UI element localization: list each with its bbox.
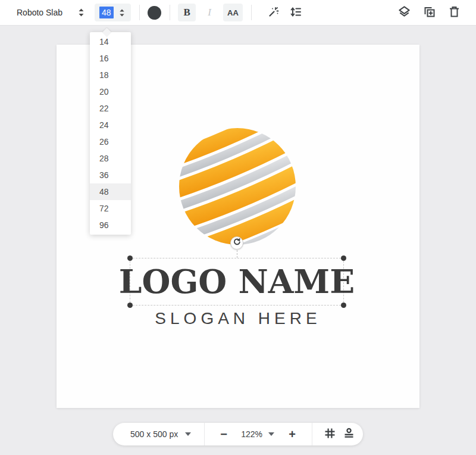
layers-button[interactable] — [397, 5, 411, 20]
font-size-option[interactable]: 24 — [90, 117, 131, 133]
font-size-option[interactable]: 16 — [90, 50, 131, 67]
font-size-option[interactable]: 18 — [90, 67, 131, 83]
zoom-out-button[interactable]: − — [217, 428, 230, 440]
font-size-option[interactable]: 14 — [90, 33, 131, 50]
logo-name-text[interactable]: LOGO NAME — [119, 262, 355, 302]
font-family-label: Roboto Slab — [17, 8, 62, 17]
trash-icon — [448, 5, 461, 20]
rotate-connector-line — [237, 250, 237, 258]
text-color-swatch[interactable] — [148, 6, 161, 20]
magic-wand-button[interactable] — [267, 5, 280, 20]
font-size-stepper-icon[interactable] — [119, 9, 125, 17]
font-size-option[interactable]: 28 — [90, 150, 131, 167]
layers-icon — [397, 5, 411, 20]
grid-toggle-button[interactable] — [324, 428, 336, 441]
bottom-bar-divider — [204, 423, 205, 445]
duplicate-icon — [423, 5, 436, 20]
line-height-button[interactable] — [289, 5, 302, 20]
font-size-dropdown-list: 141618202224262836487296 — [90, 33, 131, 233]
italic-label: I — [208, 7, 211, 18]
font-size-value[interactable]: 48 — [99, 7, 114, 18]
bold-label: B — [183, 7, 190, 18]
resize-handle-bottom-left[interactable] — [127, 303, 133, 308]
font-size-option[interactable]: 36 — [90, 167, 131, 183]
zoom-in-button[interactable]: + — [286, 428, 299, 440]
baseline-snap-button[interactable] — [343, 428, 355, 441]
logo-sphere-image[interactable] — [178, 127, 297, 246]
baseline-icon — [343, 428, 355, 441]
font-size-option[interactable]: 96 — [90, 217, 131, 233]
text-selection-box[interactable]: LOGO NAME — [130, 258, 344, 306]
rotate-handle[interactable] — [230, 236, 243, 250]
bottom-bar-divider — [312, 423, 312, 445]
canvas-size-label: 500 x 500 px — [130, 429, 178, 439]
top-toolbar: Roboto Slab 48 B I AA — [0, 0, 476, 26]
delete-button[interactable] — [448, 5, 461, 20]
font-size-option[interactable]: 22 — [90, 100, 131, 117]
canvas-size-select[interactable]: 500 x 500 px — [130, 429, 191, 439]
italic-button[interactable]: I — [201, 4, 218, 21]
font-size-option[interactable]: 20 — [90, 83, 131, 100]
resize-handle-bottom-right[interactable] — [341, 303, 346, 308]
rotate-icon — [233, 238, 241, 248]
toolbar-right-group — [397, 5, 461, 20]
font-size-dropdown: 141618202224262836487296 — [90, 32, 131, 235]
chevron-down-icon — [185, 432, 191, 436]
bottom-toolbar: 500 x 500 px − 122% + — [113, 423, 363, 445]
zoom-level-select[interactable]: 122% — [241, 429, 274, 439]
font-size-option[interactable]: 26 — [90, 133, 131, 150]
resize-handle-top-left[interactable] — [127, 255, 133, 261]
font-family-select[interactable]: Roboto Slab — [17, 8, 84, 17]
line-height-icon — [289, 5, 302, 20]
toolbar-divider — [139, 5, 140, 20]
toolbar-divider — [251, 5, 252, 20]
chevron-down-icon — [268, 432, 274, 436]
bold-button[interactable]: B — [178, 4, 196, 21]
resize-handle-top-right[interactable] — [341, 255, 346, 261]
uppercase-label: AA — [223, 8, 243, 17]
font-family-stepper-icon[interactable] — [78, 8, 84, 17]
font-size-option[interactable]: 48 — [90, 183, 131, 200]
font-size-option[interactable]: 72 — [90, 200, 131, 217]
zoom-level-label: 122% — [241, 429, 262, 439]
font-size-input[interactable]: 48 — [95, 4, 131, 21]
uppercase-button[interactable]: AA — [223, 4, 243, 21]
slogan-text[interactable]: SLOGAN HERE — [57, 309, 419, 328]
toolbar-divider — [170, 5, 170, 20]
magic-wand-icon — [267, 5, 280, 20]
grid-icon — [324, 428, 336, 441]
duplicate-button[interactable] — [423, 5, 436, 20]
